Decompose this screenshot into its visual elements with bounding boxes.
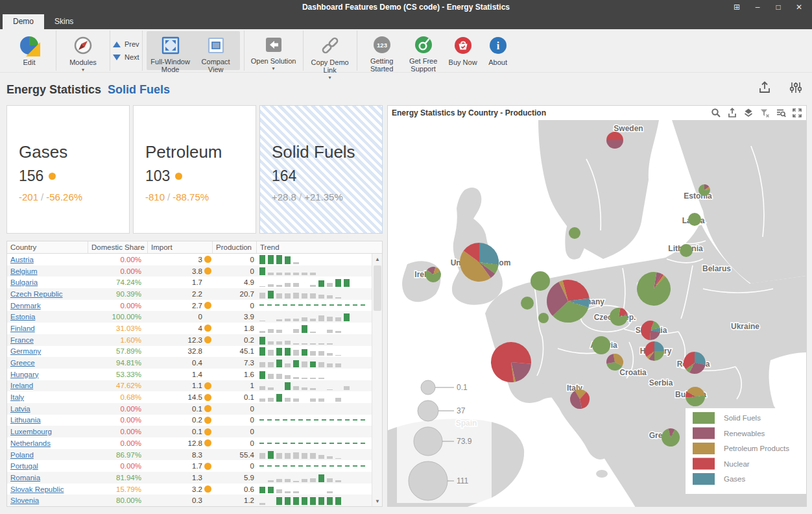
card-gases[interactable]: Gases 156 -201/-56.26% <box>6 105 130 234</box>
map-size-legend: 0.13773.9111 <box>397 373 492 503</box>
country-link[interactable]: Latvia <box>10 405 30 413</box>
import-value: 3 <box>148 256 213 263</box>
map-pie-denmark[interactable] <box>569 227 580 239</box>
column-header-production[interactable]: Production <box>213 241 257 253</box>
country-link[interactable]: Luxembourg <box>10 428 52 435</box>
copy-demo-link-button[interactable]: Copy Demo Link ▾ <box>307 31 353 71</box>
country-link[interactable]: Belgium <box>10 267 38 275</box>
tab-skins[interactable]: Skins <box>44 14 84 29</box>
country-link[interactable]: Finland <box>10 324 35 332</box>
country-link[interactable]: Romania <box>10 474 40 482</box>
map-pie-poland[interactable] <box>637 272 671 306</box>
country-link[interactable]: Hungary <box>10 371 38 378</box>
map-pie-czech-rep-[interactable] <box>610 308 628 326</box>
country-link[interactable]: Estonia <box>10 313 35 321</box>
production-value: 1.6 <box>213 371 257 378</box>
country-link[interactable]: Denmark <box>10 302 41 310</box>
country-link[interactable]: Austria <box>10 256 34 263</box>
about-button[interactable]: i About <box>482 31 514 71</box>
map-pie-latvia[interactable] <box>688 213 701 226</box>
map-pie-ireland[interactable] <box>425 267 441 282</box>
map-pie-italy[interactable] <box>570 389 590 409</box>
getting-started-button[interactable]: 123 Getting Started <box>361 31 403 71</box>
column-header-domestic-share[interactable]: Domestic Share <box>88 241 148 253</box>
open-solution-button[interactable]: Open Solution ▾ <box>248 31 299 71</box>
import-status-dot <box>204 302 211 309</box>
country-link[interactable]: Germany <box>10 347 41 355</box>
export-icon[interactable] <box>727 108 737 118</box>
map-pie-sweden[interactable] <box>606 132 623 149</box>
buy-now-button[interactable]: Buy Now <box>444 31 482 71</box>
edit-button[interactable]: Edit <box>6 31 52 71</box>
country-link[interactable]: Portugal <box>10 462 38 470</box>
next-button[interactable]: Next <box>113 53 139 61</box>
modules-button[interactable]: Modules ▾ <box>60 31 106 71</box>
maximize-button[interactable]: □ <box>769 0 787 14</box>
map-pie-netherlands[interactable] <box>531 271 550 291</box>
close-button[interactable]: ✕ <box>790 0 808 14</box>
column-header-import[interactable]: Import <box>148 241 213 253</box>
europe-map[interactable]: SwedenEstoniaLatviaLithuaniaBelarusIrela… <box>388 120 806 507</box>
map-pie-hungary[interactable] <box>645 341 664 361</box>
zoom-icon[interactable] <box>711 108 721 118</box>
full-window-mode-button[interactable]: Full-Window Mode <box>148 31 193 70</box>
column-header-country[interactable]: Country <box>7 241 88 253</box>
scroll-down-icon[interactable]: ▼ <box>372 496 382 506</box>
country-link[interactable]: Slovenia <box>10 496 39 504</box>
map-pie-bulgaria[interactable] <box>686 387 705 406</box>
domestic-share-value: 81.94% <box>88 474 148 482</box>
minimize-button[interactable]: – <box>748 0 767 14</box>
grid-scrollbar[interactable]: ▲ ▼ <box>372 254 382 506</box>
map-pie-slovakia[interactable] <box>641 321 660 340</box>
compact-view-button[interactable]: Compact View <box>193 31 239 70</box>
edit-dashboard-icon <box>18 34 40 56</box>
country-link[interactable]: Bulgaria <box>10 278 38 286</box>
map-pie-slovenia[interactable] <box>606 354 623 371</box>
map-pie-austria[interactable] <box>592 336 610 354</box>
get-free-support-button[interactable]: Get Free Support <box>403 31 444 71</box>
map-pie-luxembourg[interactable] <box>538 313 549 323</box>
layers-icon[interactable] <box>743 108 754 118</box>
map-pie-lithuania[interactable] <box>680 244 693 257</box>
page-header: Energy Statistics Solid Fuels <box>6 78 806 101</box>
card-petroleum[interactable]: Petroleum 103 -810/-88.75% <box>133 105 256 234</box>
tab-demo[interactable]: Demo <box>3 14 44 29</box>
column-header-trend[interactable]: Trend <box>257 241 372 253</box>
map-pie-greece[interactable] <box>662 428 680 447</box>
maximize-icon[interactable] <box>792 108 802 118</box>
trend-sparkline <box>257 357 372 369</box>
map-pie-france[interactable] <box>491 342 531 382</box>
prev-button[interactable]: Prev <box>113 40 139 48</box>
map-pie-estonia[interactable] <box>699 184 710 196</box>
ribbon-options-icon[interactable]: ⊞ <box>728 0 746 14</box>
country-link[interactable]: Ireland <box>10 382 33 389</box>
country-link[interactable]: Slovak Republic <box>10 485 64 493</box>
import-status-dot <box>204 336 211 343</box>
table-row: Finland31.03%41.8 <box>7 323 382 334</box>
map-pie-germany[interactable] <box>547 280 590 323</box>
chevron-down-icon: ▾ <box>272 66 275 71</box>
scroll-thumb[interactable] <box>374 265 381 311</box>
country-link[interactable]: Italy <box>10 393 24 401</box>
country-link[interactable]: Poland <box>10 451 34 459</box>
dashboard-subtitle[interactable]: Solid Fuels <box>108 83 170 97</box>
country-link[interactable]: Czech Republic <box>10 290 63 298</box>
scroll-up-icon[interactable]: ▲ <box>372 254 382 264</box>
country-link[interactable]: Lithuania <box>10 416 41 424</box>
country-link[interactable]: Netherlands <box>10 439 51 447</box>
import-status-dot <box>204 267 211 275</box>
trend-sparkline <box>257 346 372 358</box>
clear-filter-icon[interactable] <box>759 108 770 118</box>
import-value: 0.1 <box>148 428 213 435</box>
domestic-share-value: 0.00% <box>88 428 148 435</box>
map-pie-belgium[interactable] <box>521 297 534 310</box>
map-pie-romania[interactable] <box>684 352 706 374</box>
country-link[interactable]: France <box>10 336 34 344</box>
inspect-data-icon[interactable] <box>776 108 786 118</box>
parameters-icon[interactable] <box>789 80 803 97</box>
kpi-status-dot <box>175 173 182 180</box>
map-pie-united-kingdom[interactable] <box>460 243 499 282</box>
country-link[interactable]: Greece <box>10 359 35 367</box>
export-icon[interactable] <box>758 80 772 97</box>
card-solid-fuels[interactable]: Solid Fuels 164 +28.8/+21.35% <box>259 105 383 234</box>
